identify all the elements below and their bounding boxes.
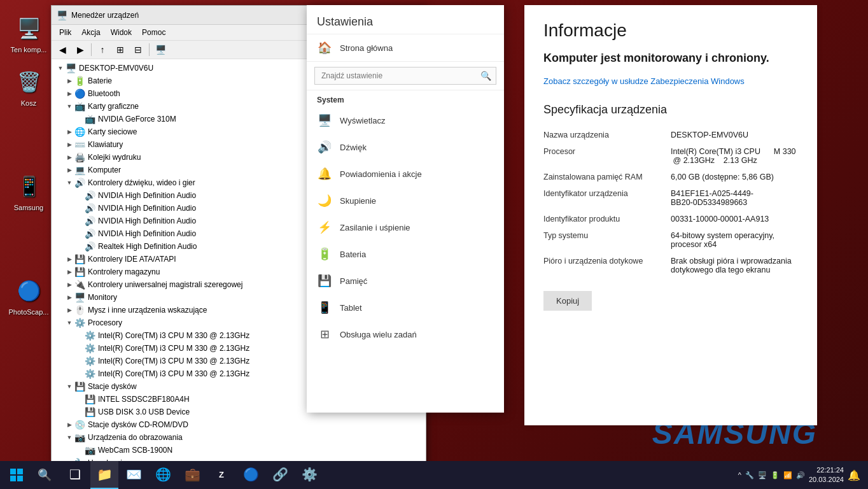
taskbar-search-button[interactable]: 🔍 (31, 461, 59, 489)
spec-value: B41EF1E1-A025-4449-BB20-0D5334989663 (671, 189, 798, 207)
taskbar-app-mail[interactable]: ✉️ (120, 461, 148, 489)
settings-item-notifications[interactable]: 🔔 Powiadomienia i akcje (307, 160, 504, 187)
taskbar-chevron[interactable]: ^ (738, 471, 741, 479)
settings-item-storage[interactable]: 💾 Pamięć (307, 267, 504, 294)
search-icon: 🔍 (480, 71, 491, 81)
menu-plik[interactable]: Plik (54, 26, 76, 39)
gpu-device-icon: 📺 (85, 114, 95, 124)
desktop-icon-label: Samsung (14, 204, 43, 211)
tree-item-imaging[interactable]: ▼ 📷 Urządzenia do obrazowania (64, 431, 423, 444)
spec-value: DESKTOP-EMV0V6U (671, 131, 798, 139)
taskbar-tray-icon5[interactable]: 🔊 (796, 471, 805, 479)
tree-toggle: ▶ (64, 90, 74, 97)
taskbar-tray-icon1[interactable]: 🔧 (745, 471, 754, 479)
settings-item-label: Powiadomienia i akcje (340, 169, 422, 179)
tree-label: Kontrolery dźwięku, wideo i gier (88, 178, 195, 187)
taskbar-clock[interactable]: 22:21:24 20.03.2024 (809, 465, 844, 485)
taskbar-app-zoom[interactable]: Z (207, 461, 235, 489)
desktop-icon-photoscape[interactable]: 🔵 PhotoScap... (6, 275, 51, 316)
settings-item-home[interactable]: 🏠 Strona główna (307, 34, 504, 62)
tree-label: Kontrolery magazynu (88, 267, 160, 276)
settings-item-sound[interactable]: 🔊 Dźwięk (307, 134, 504, 160)
battery-icon: 🔋 (74, 76, 85, 86)
desktop-icon-trash[interactable]: 🗑️ Kosz (6, 66, 51, 107)
menu-widok[interactable]: Widok (106, 26, 137, 39)
taskbar-app-edge-chromium[interactable]: 🌐 (149, 461, 177, 489)
start-button[interactable] (3, 461, 31, 489)
computer-icon: 🖥️ (13, 13, 44, 43)
settings-item-focus[interactable]: 🌙 Skupienie (307, 187, 504, 214)
audio-device-icon: 🔊 (85, 216, 95, 226)
printer-icon: 🖨️ (74, 152, 85, 162)
tree-toggle: ▼ (55, 65, 66, 71)
menu-akcja[interactable]: Akcja (76, 26, 105, 39)
cpu-device-icon: ⚙️ (85, 369, 95, 379)
taskbar-apps: ❑ 📁 ✉️ 🌐 💼 Z 🔵 🔗 ⚙️ (61, 461, 323, 489)
tree-children-imaging: 📷 WebCam SCB-1900N (64, 444, 423, 457)
settings-item-tablet[interactable]: 📱 Tablet (307, 294, 504, 321)
gpu-icon: 📺 (74, 101, 85, 111)
multitask-icon: ⊞ (317, 327, 332, 341)
tree-toggle: ▶ (64, 307, 74, 313)
settings-search-input[interactable] (314, 67, 496, 85)
tree-item-webcam[interactable]: 📷 WebCam SCB-1900N (74, 444, 423, 457)
notification-bell-icon[interactable]: 🔔 (848, 469, 860, 481)
monitor-icon: 🖥️ (74, 292, 85, 302)
tree-item-cdrom[interactable]: ▶ 💿 Stacje dysków CD-ROM/DVD (64, 418, 423, 431)
taskbar-app-explorer[interactable]: 📁 (90, 461, 118, 489)
taskbar-right: ^ 🔧 🖥️ 🔋 📶 🔊 22:21:24 20.03.2024 🔔 (738, 465, 865, 485)
settings-item-label: Dźwięk (340, 143, 367, 152)
toolbar-monitor[interactable]: 🖥️ (152, 42, 169, 57)
info-title: Informacje (543, 20, 798, 41)
cpu-device-icon: ⚙️ (85, 356, 95, 366)
desktop-icon-samsung[interactable]: 📱 Samsung (6, 171, 51, 211)
audio-device-icon: 🔊 (85, 190, 95, 201)
taskbar-tray-icon2[interactable]: 🖥️ (758, 471, 767, 479)
settings-item-multitask[interactable]: ⊞ Obsługa wielu zadań (307, 321, 504, 348)
spec-value: 64-bitowy system operacyjny, procesor x6… (671, 231, 798, 249)
desktop-icon-label: Ten komp... (11, 46, 47, 53)
toolbar-forward[interactable]: ▶ (72, 42, 88, 57)
toolbar-back[interactable]: ◀ (54, 42, 71, 57)
battery-settings-icon: 🔋 (317, 247, 332, 261)
tree-toggle: ▶ (64, 256, 74, 262)
info-monitor-text: Komputer jest monitorowany i chroniony. (543, 51, 798, 66)
tree-label: Monitory (88, 293, 117, 302)
spec-value: 6,00 GB (dostępne: 5,86 GB) (671, 173, 798, 181)
taskbar-app-taskview[interactable]: ❑ (61, 461, 89, 489)
ide-icon: 💾 (74, 254, 85, 264)
toolbar-btn3[interactable]: ⊟ (130, 42, 146, 57)
taskbar-app-teams[interactable]: 💼 (178, 461, 206, 489)
spec-row-name: Nazwa urządzenia DESKTOP-EMV0V6U (543, 127, 798, 143)
copy-button[interactable]: Kopiuj (543, 291, 592, 311)
webcam-icon: 📷 (85, 445, 95, 455)
taskbar-tray-icon3[interactable]: 🔋 (771, 471, 780, 479)
spec-row-pen: Pióro i urządzenia dotykowe Brak obsługi… (543, 253, 798, 278)
menu-pomoc[interactable]: Pomoc (137, 26, 171, 39)
taskbar-tray-icon4[interactable]: 📶 (783, 471, 792, 479)
tree-toggle: ▼ (64, 383, 74, 390)
info-security-link[interactable]: Zobacz szczegóły w usłudze Zabezpieczeni… (543, 76, 798, 87)
network-icon: 🌐 (74, 127, 85, 137)
toolbar-btn2[interactable]: ⊞ (112, 42, 129, 57)
tree-toggle: ▶ (64, 294, 74, 301)
settings-item-battery[interactable]: 🔋 Bateria (307, 241, 504, 267)
desktop-icons: 🖥️ Ten komp... 🗑️ Kosz 📱 Samsung 🔵 Photo… (6, 13, 51, 316)
taskbar-app-link[interactable]: 🔗 (266, 461, 294, 489)
settings-item-label: Strona główna (340, 43, 393, 53)
tree-label: Intel(R) Core(TM) i3 CPU M 330 @ 2.13GHz (98, 331, 249, 340)
taskbar-app-settings[interactable]: ⚙️ (295, 461, 323, 489)
settings-item-display[interactable]: 🖥️ Wyświetlacz (307, 107, 504, 134)
settings-item-power[interactable]: ⚡ Zasilanie i uśpienie (307, 214, 504, 241)
cpu-device-icon: ⚙️ (85, 343, 95, 353)
desktop-icon-computer[interactable]: 🖥️ Ten komp... (6, 13, 51, 53)
toolbar-up[interactable]: ↑ (94, 42, 111, 57)
spec-row-cpu: Procesor Intel(R) Core(TM) i3 CPU M 330 … (543, 143, 798, 169)
taskbar-app-edge[interactable]: 🔵 (237, 461, 265, 489)
toolbar-sep1 (91, 43, 92, 56)
tree-label: NVIDIA High Definition Audio (98, 204, 196, 213)
tree-toggle: ▶ (64, 422, 74, 428)
usb-disk-icon: 💾 (85, 407, 95, 417)
info-panel: Informacje Komputer jest monitorowany i … (524, 5, 817, 425)
spec-row-product-id: Identyfikator produktu 00331-10000-00001… (543, 211, 798, 227)
